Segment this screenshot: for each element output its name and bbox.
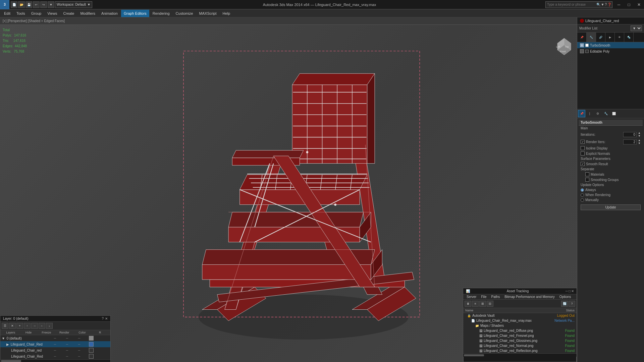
layer-tb-btn-6[interactable]: ←	[39, 323, 45, 329]
layer-row[interactable]: Lifeguard_Chair_Red ─ ─ ─	[0, 353, 110, 359]
menu-group[interactable]: Group	[29, 10, 44, 17]
modifier-turbosmooth[interactable]: ▶ TurboSmooth	[577, 42, 644, 48]
new-btn[interactable]: 📄	[11, 1, 17, 8]
more-btn[interactable]: ▼	[48, 1, 54, 8]
panel-icon-pin[interactable]: 📌	[578, 110, 585, 117]
layer-tb-btn-7[interactable]: ↓	[46, 323, 53, 329]
asset-tb-2[interactable]: ≡	[472, 301, 479, 307]
when-rendering-radio[interactable]	[581, 193, 584, 197]
asset-tb-4[interactable]: ⊟	[487, 301, 493, 307]
explicit-normals-checkbox[interactable]	[581, 152, 585, 156]
materials-checkbox[interactable]	[585, 172, 589, 176]
minimize-button[interactable]: ─	[614, 0, 624, 9]
panel-tab-hierarchy[interactable]: 🔗	[596, 33, 605, 42]
layer-scrollbar[interactable]	[1, 360, 21, 362]
modifier-checkbox-turbosmooth[interactable]	[585, 44, 589, 47]
panel-icon-5[interactable]: ⬜	[610, 110, 618, 117]
search-icon[interactable]: 🔍	[596, 3, 600, 6]
asset-menu-server[interactable]: Server	[465, 294, 478, 299]
menu-edit[interactable]: Edit	[1, 10, 13, 17]
panel-tab-display[interactable]: 👁	[615, 33, 624, 42]
panel-tab-motion[interactable]: ▶	[605, 33, 615, 42]
asset-tb-help[interactable]: ?	[569, 301, 575, 307]
panel-icon-3[interactable]: ⚙	[594, 110, 601, 117]
asset-search-input[interactable]	[463, 357, 577, 362]
menu-help[interactable]: Help	[220, 10, 233, 17]
modifier-editablepoly[interactable]: Editable Poly	[577, 48, 644, 54]
asset-row[interactable]: 📄 Lifeguard_Chair_Red_max_vray.max Netwo…	[463, 318, 577, 323]
search-box[interactable]: 🔍 ▼ ? ❓	[545, 1, 612, 8]
modifier-list-dropdown[interactable]: ▼	[631, 25, 642, 31]
modifier-checkbox-editablepoly[interactable]	[585, 50, 589, 53]
layer-tb-btn-5[interactable]: →	[31, 323, 38, 329]
panel-tab-create[interactable]: 📌	[577, 33, 587, 42]
menu-modifiers[interactable]: Modifiers	[77, 10, 98, 17]
undo-btn[interactable]: ↩	[33, 1, 40, 8]
layer-panel-help[interactable]: ?	[102, 317, 104, 320]
workspace-dropdown[interactable]: Workspace: Default ▼	[55, 1, 92, 8]
layer-tb-btn-4[interactable]: ↑	[24, 323, 31, 329]
layer-row[interactable]: Lifeguard_Chair_red ─ ─ ─	[0, 347, 110, 353]
asset-row[interactable]: 📁 Maps / Shaders	[463, 323, 577, 328]
asset-menu-options[interactable]: Options	[557, 294, 573, 299]
turbosmooth-header[interactable]: TurboSmooth	[579, 120, 643, 126]
menu-maxscript[interactable]: MAXScript	[197, 10, 219, 17]
panel-tab-modifier[interactable]: 🔧	[587, 33, 596, 42]
smoothing-groups-checkbox[interactable]	[585, 178, 589, 182]
panel-icon-4[interactable]: 🔧	[602, 110, 609, 117]
viewport-content[interactable]: Total Polys: 147,616 Tris: 147,616 Edges…	[0, 25, 577, 362]
asset-panel-close[interactable]: ✕	[571, 289, 574, 293]
layer-row[interactable]: ▼ 0 (default) ─ ─ ─	[0, 335, 110, 341]
layer-tb-btn-1[interactable]: ☰	[2, 323, 8, 329]
asset-tb-3[interactable]: ⊞	[479, 301, 486, 307]
isoline-checkbox[interactable]	[581, 146, 585, 150]
render-iters-checkbox[interactable]	[581, 140, 585, 144]
iterations-spinner-up[interactable]: ▲▼	[638, 131, 641, 137]
menu-tools[interactable]: Tools	[14, 10, 28, 17]
asset-menu-bitmap[interactable]: Bitmap Performance and Memory	[502, 294, 557, 299]
asset-panel-restore[interactable]: □	[569, 289, 571, 293]
search-options-icon[interactable]: ▼	[601, 3, 604, 6]
always-radio[interactable]	[581, 188, 584, 192]
iterations-input[interactable]	[623, 132, 637, 137]
asset-row[interactable]: 🖼 Lifeguard_Chair_red_Fresnel.png Found	[463, 333, 577, 338]
layer-row[interactable]: ▶ Lifeguard_Chair_Red ─ ─ ─	[0, 341, 110, 347]
render-iters-spinner[interactable]: ▲▼	[638, 139, 641, 145]
menu-create[interactable]: Create	[60, 10, 77, 17]
manually-radio[interactable]	[581, 198, 584, 202]
asset-row[interactable]: 🖼 Lifeguard_Chair_red_Reflection.png Fou…	[463, 348, 577, 353]
search-input[interactable]	[546, 3, 596, 6]
panel-icon-2[interactable]: |	[586, 110, 593, 117]
asset-row[interactable]: 🖼 Lifeguard_Chair_red_Glossines.png Foun…	[463, 338, 577, 343]
asset-scrollbar[interactable]	[463, 353, 577, 357]
asset-tb-refresh[interactable]: 🔄	[561, 301, 568, 307]
smooth-result-checkbox[interactable]	[581, 162, 585, 166]
search-help-icon[interactable]: ?	[605, 3, 607, 6]
panel-tab-utility[interactable]: 🔩	[624, 33, 634, 42]
save-btn[interactable]: 💾	[25, 1, 32, 8]
asset-menu-file[interactable]: File	[479, 294, 488, 299]
redo-btn[interactable]: ↪	[40, 1, 47, 8]
menu-views[interactable]: Views	[45, 10, 60, 17]
restore-button[interactable]: □	[624, 0, 634, 9]
menu-rendering[interactable]: Rendering	[150, 10, 172, 17]
layer-tb-btn-3[interactable]: +	[16, 323, 23, 329]
asset-row[interactable]: 🖼 Lifeguard_Chair_red_Diffuse.png Found	[463, 328, 577, 333]
layer-panel-close[interactable]: ✕	[105, 317, 108, 320]
close-button[interactable]: ✕	[634, 0, 644, 9]
asset-tb-1[interactable]: 🖥	[465, 301, 471, 307]
asset-menu-paths[interactable]: Paths	[489, 294, 502, 299]
help-icon[interactable]: ❓	[607, 3, 611, 6]
asset-row[interactable]: 🖼 Lifeguard_Chair_red_Normal.png Found	[463, 343, 577, 348]
menu-animation[interactable]: Animation	[99, 10, 120, 17]
layer-tb-btn-2[interactable]: ✕	[9, 323, 16, 329]
menu-graph-editors[interactable]: Graph Editors	[121, 10, 149, 17]
asset-panel-minimize[interactable]: ─	[566, 289, 568, 293]
asset-row[interactable]: 🔒 Autodesk Vault Logged Out	[463, 313, 577, 318]
update-button[interactable]: Update	[581, 204, 641, 210]
menu-customize[interactable]: Customize	[173, 10, 196, 17]
layer-cell-render: ─	[73, 355, 85, 358]
render-iters-input[interactable]	[623, 139, 637, 144]
viewport[interactable]: [+] [Perspective] [Shaded + Edged Faces]…	[0, 17, 577, 362]
open-btn[interactable]: 📂	[18, 1, 25, 8]
